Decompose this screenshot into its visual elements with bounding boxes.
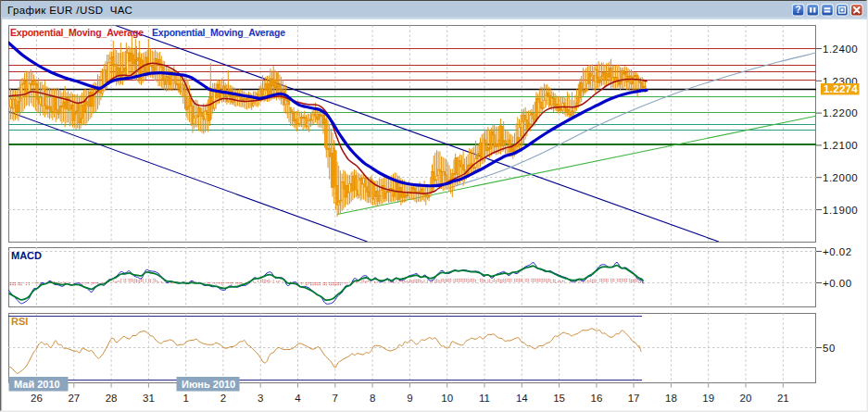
svg-text:RSI: RSI	[11, 316, 28, 327]
svg-text:1.2000: 1.2000	[823, 172, 858, 183]
svg-text:27: 27	[68, 393, 80, 404]
svg-text:1.1900: 1.1900	[823, 205, 858, 216]
svg-text:19: 19	[702, 393, 714, 404]
svg-text:Май 2010: Май 2010	[14, 379, 60, 390]
svg-text:1.2274: 1.2274	[824, 83, 858, 94]
svg-text:9: 9	[407, 393, 412, 404]
svg-text:1.2100: 1.2100	[823, 140, 858, 151]
svg-text:MACD: MACD	[11, 250, 42, 261]
svg-text:31: 31	[143, 393, 155, 404]
svg-text:3: 3	[258, 393, 263, 404]
svg-text:50: 50	[823, 343, 836, 354]
svg-text:+0.02: +0.02	[823, 246, 852, 257]
svg-text:График EUR /USD ЧАС: График EUR /USD ЧАС	[7, 5, 132, 16]
svg-text:Июнь 2010: Июнь 2010	[182, 379, 235, 390]
svg-text:11: 11	[479, 393, 490, 404]
svg-text:18: 18	[665, 393, 677, 404]
svg-text:?: ?	[796, 5, 801, 15]
svg-text:8: 8	[370, 393, 375, 404]
svg-text:21: 21	[777, 393, 789, 404]
svg-text:1.2400: 1.2400	[823, 44, 858, 55]
svg-text:+0.00: +0.00	[823, 278, 852, 289]
svg-text:1.2200: 1.2200	[823, 107, 858, 119]
svg-text:1: 1	[182, 393, 188, 404]
svg-text:4: 4	[295, 393, 301, 404]
svg-text:Exponential_Moving_Average: Exponential_Moving_Average	[152, 27, 285, 38]
svg-text:17: 17	[628, 393, 640, 404]
svg-text:16: 16	[591, 393, 603, 404]
svg-text:28: 28	[106, 393, 118, 404]
svg-text:26: 26	[31, 393, 43, 404]
svg-text:10: 10	[441, 393, 453, 404]
svg-text:14: 14	[516, 393, 528, 404]
svg-text:2: 2	[220, 393, 226, 404]
svg-text:7: 7	[333, 393, 338, 404]
svg-text:15: 15	[553, 393, 565, 404]
svg-text:20: 20	[740, 393, 752, 404]
svg-text:Exponential_Moving_Average: Exponential_Moving_Average	[10, 27, 144, 38]
